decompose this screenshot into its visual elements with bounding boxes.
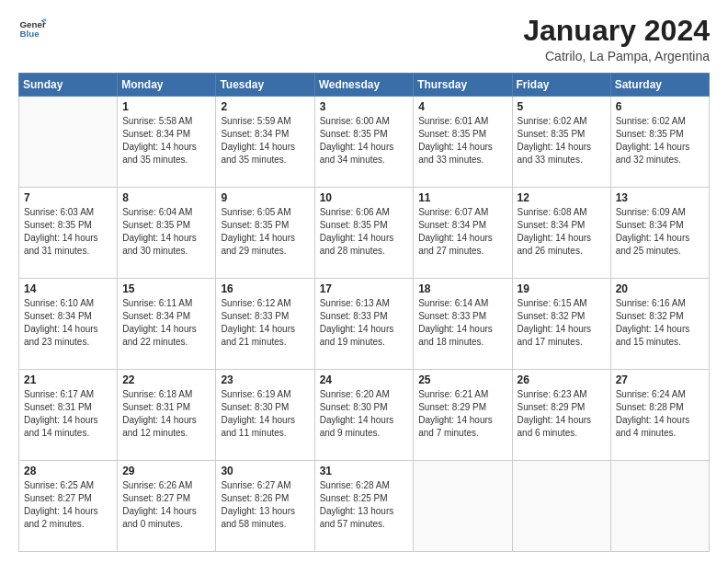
page: General Blue January 2024 Catrilo, La Pa…: [0, 0, 728, 563]
day-info: Sunrise: 6:05 AM Sunset: 8:35 PM Dayligh…: [221, 206, 309, 258]
subtitle: Catrilo, La Pampa, Argentina: [523, 49, 710, 63]
day-info: Sunrise: 6:06 AM Sunset: 8:35 PM Dayligh…: [320, 206, 409, 258]
day-info: Sunrise: 6:15 AM Sunset: 8:32 PM Dayligh…: [518, 297, 606, 349]
day-info: Sunrise: 6:18 AM Sunset: 8:31 PM Dayligh…: [122, 388, 210, 440]
calendar-cell: 15Sunrise: 6:11 AM Sunset: 8:34 PM Dayli…: [118, 279, 216, 370]
col-monday: Monday: [118, 74, 216, 97]
day-info: Sunrise: 6:01 AM Sunset: 8:35 PM Dayligh…: [418, 115, 506, 167]
day-number: 20: [616, 282, 704, 295]
day-info: Sunrise: 6:10 AM Sunset: 8:34 PM Dayligh…: [24, 297, 112, 349]
calendar-cell: 3Sunrise: 6:00 AM Sunset: 8:35 PM Daylig…: [314, 97, 414, 188]
day-number: 3: [320, 100, 409, 113]
day-info: Sunrise: 6:08 AM Sunset: 8:34 PM Dayligh…: [518, 206, 606, 258]
day-number: 13: [616, 191, 704, 204]
calendar-table: Sunday Monday Tuesday Wednesday Thursday…: [18, 73, 710, 552]
day-info: Sunrise: 5:58 AM Sunset: 8:34 PM Dayligh…: [122, 115, 210, 167]
calendar-week-3: 14Sunrise: 6:10 AM Sunset: 8:34 PM Dayli…: [19, 279, 710, 370]
day-number: 27: [616, 373, 704, 386]
day-number: 19: [518, 282, 606, 295]
title-block: January 2024 Catrilo, La Pampa, Argentin…: [523, 15, 710, 63]
col-wednesday: Wednesday: [314, 74, 414, 97]
main-title: January 2024: [523, 15, 710, 47]
day-info: Sunrise: 6:24 AM Sunset: 8:28 PM Dayligh…: [616, 388, 704, 440]
day-number: 9: [221, 191, 309, 204]
day-number: 17: [320, 282, 409, 295]
calendar-cell: 26Sunrise: 6:23 AM Sunset: 8:29 PM Dayli…: [512, 370, 610, 461]
calendar-cell: 25Sunrise: 6:21 AM Sunset: 8:29 PM Dayli…: [414, 370, 512, 461]
day-info: Sunrise: 6:19 AM Sunset: 8:30 PM Dayligh…: [221, 388, 309, 440]
col-saturday: Saturday: [610, 74, 709, 97]
day-info: Sunrise: 6:12 AM Sunset: 8:33 PM Dayligh…: [221, 297, 309, 349]
calendar-cell: 1Sunrise: 5:58 AM Sunset: 8:34 PM Daylig…: [118, 97, 216, 188]
day-number: 7: [24, 191, 112, 204]
logo-icon: General Blue: [18, 15, 46, 42]
calendar-cell: 14Sunrise: 6:10 AM Sunset: 8:34 PM Dayli…: [19, 279, 118, 370]
day-info: Sunrise: 6:17 AM Sunset: 8:31 PM Dayligh…: [24, 388, 112, 440]
day-number: 8: [122, 191, 210, 204]
day-info: Sunrise: 6:23 AM Sunset: 8:29 PM Dayligh…: [518, 388, 606, 440]
calendar-cell: 19Sunrise: 6:15 AM Sunset: 8:32 PM Dayli…: [512, 279, 610, 370]
calendar-week-1: 1Sunrise: 5:58 AM Sunset: 8:34 PM Daylig…: [19, 97, 710, 188]
day-info: Sunrise: 6:07 AM Sunset: 8:34 PM Dayligh…: [418, 206, 506, 258]
calendar-cell: 28Sunrise: 6:25 AM Sunset: 8:27 PM Dayli…: [19, 461, 118, 552]
day-info: Sunrise: 6:14 AM Sunset: 8:33 PM Dayligh…: [418, 297, 506, 349]
day-info: Sunrise: 6:00 AM Sunset: 8:35 PM Dayligh…: [320, 115, 409, 167]
calendar-cell: 18Sunrise: 6:14 AM Sunset: 8:33 PM Dayli…: [414, 279, 512, 370]
day-number: 10: [320, 191, 409, 204]
day-info: Sunrise: 6:21 AM Sunset: 8:29 PM Dayligh…: [418, 388, 506, 440]
day-number: 25: [418, 373, 506, 386]
svg-text:Blue: Blue: [20, 29, 40, 39]
calendar-cell: 2Sunrise: 5:59 AM Sunset: 8:34 PM Daylig…: [216, 97, 314, 188]
day-number: 15: [122, 282, 210, 295]
calendar-cell: 31Sunrise: 6:28 AM Sunset: 8:25 PM Dayli…: [314, 461, 414, 552]
calendar-cell: 12Sunrise: 6:08 AM Sunset: 8:34 PM Dayli…: [512, 188, 610, 279]
calendar-cell: [512, 461, 610, 552]
calendar-cell: 17Sunrise: 6:13 AM Sunset: 8:33 PM Dayli…: [314, 279, 414, 370]
day-number: 2: [221, 100, 309, 113]
calendar-header: Sunday Monday Tuesday Wednesday Thursday…: [19, 74, 710, 97]
day-info: Sunrise: 6:27 AM Sunset: 8:26 PM Dayligh…: [221, 479, 309, 531]
calendar-cell: 29Sunrise: 6:26 AM Sunset: 8:27 PM Dayli…: [118, 461, 216, 552]
calendar-body: 1Sunrise: 5:58 AM Sunset: 8:34 PM Daylig…: [19, 97, 710, 552]
calendar-cell: 8Sunrise: 6:04 AM Sunset: 8:35 PM Daylig…: [118, 188, 216, 279]
day-number: 31: [320, 465, 409, 477]
calendar-week-4: 21Sunrise: 6:17 AM Sunset: 8:31 PM Dayli…: [19, 370, 710, 461]
col-sunday: Sunday: [19, 74, 118, 97]
col-tuesday: Tuesday: [216, 74, 314, 97]
day-number: 21: [24, 373, 112, 386]
calendar-cell: 30Sunrise: 6:27 AM Sunset: 8:26 PM Dayli…: [216, 461, 314, 552]
calendar-cell: 6Sunrise: 6:02 AM Sunset: 8:35 PM Daylig…: [610, 97, 709, 188]
calendar-cell: 21Sunrise: 6:17 AM Sunset: 8:31 PM Dayli…: [19, 370, 118, 461]
header: General Blue January 2024 Catrilo, La Pa…: [18, 15, 710, 63]
calendar-cell: 24Sunrise: 6:20 AM Sunset: 8:30 PM Dayli…: [314, 370, 414, 461]
day-number: 30: [221, 465, 309, 477]
day-info: Sunrise: 6:25 AM Sunset: 8:27 PM Dayligh…: [24, 479, 112, 531]
calendar-cell: 9Sunrise: 6:05 AM Sunset: 8:35 PM Daylig…: [216, 188, 314, 279]
calendar-week-2: 7Sunrise: 6:03 AM Sunset: 8:35 PM Daylig…: [19, 188, 710, 279]
calendar-cell: 16Sunrise: 6:12 AM Sunset: 8:33 PM Dayli…: [216, 279, 314, 370]
day-info: Sunrise: 6:20 AM Sunset: 8:30 PM Dayligh…: [320, 388, 409, 440]
logo: General Blue: [18, 15, 46, 42]
day-info: Sunrise: 6:26 AM Sunset: 8:27 PM Dayligh…: [122, 479, 210, 531]
calendar-cell: [610, 461, 709, 552]
day-info: Sunrise: 6:02 AM Sunset: 8:35 PM Dayligh…: [518, 115, 606, 167]
day-number: 14: [24, 282, 112, 295]
calendar-cell: 27Sunrise: 6:24 AM Sunset: 8:28 PM Dayli…: [610, 370, 709, 461]
day-info: Sunrise: 6:28 AM Sunset: 8:25 PM Dayligh…: [320, 479, 409, 531]
day-info: Sunrise: 6:04 AM Sunset: 8:35 PM Dayligh…: [122, 206, 210, 258]
day-info: Sunrise: 6:09 AM Sunset: 8:34 PM Dayligh…: [616, 206, 704, 258]
day-info: Sunrise: 6:03 AM Sunset: 8:35 PM Dayligh…: [24, 206, 112, 258]
day-number: 23: [221, 373, 309, 386]
day-info: Sunrise: 6:16 AM Sunset: 8:32 PM Dayligh…: [616, 297, 704, 349]
day-number: 26: [518, 373, 606, 386]
calendar-cell: [19, 97, 118, 188]
calendar-cell: 10Sunrise: 6:06 AM Sunset: 8:35 PM Dayli…: [314, 188, 414, 279]
col-friday: Friday: [512, 74, 610, 97]
calendar-cell: 22Sunrise: 6:18 AM Sunset: 8:31 PM Dayli…: [118, 370, 216, 461]
day-number: 28: [24, 465, 112, 477]
calendar-cell: 11Sunrise: 6:07 AM Sunset: 8:34 PM Dayli…: [414, 188, 512, 279]
day-number: 11: [418, 191, 506, 204]
calendar-cell: 5Sunrise: 6:02 AM Sunset: 8:35 PM Daylig…: [512, 97, 610, 188]
day-number: 6: [616, 100, 704, 113]
day-number: 1: [122, 100, 210, 113]
